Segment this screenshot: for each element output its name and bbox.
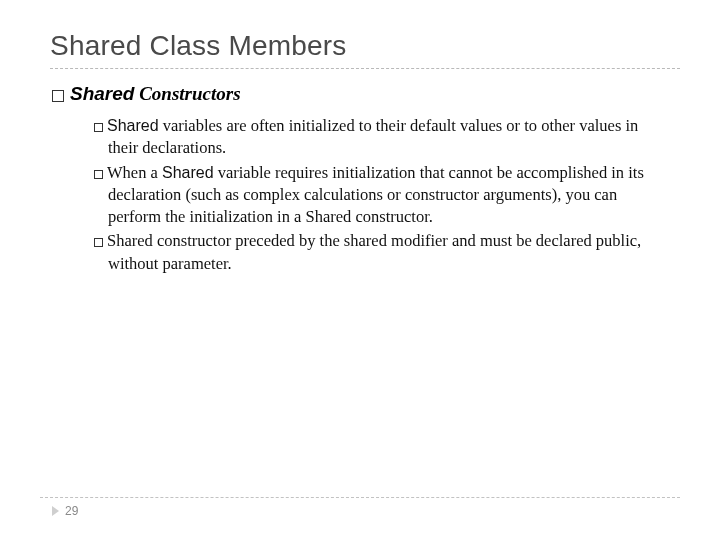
bullet-text: Shared constructor preceded by the share… (107, 231, 641, 272)
footer: 29 (40, 497, 680, 518)
slide: Shared Class Members Shared Constructors… (0, 0, 720, 540)
square-bullet-icon (94, 238, 103, 247)
footer-divider (40, 497, 680, 498)
square-bullet-icon (52, 90, 64, 102)
title-divider (50, 68, 680, 69)
triangle-icon (52, 506, 59, 516)
level1-text: Shared Constructors (70, 83, 241, 105)
square-bullet-icon (94, 123, 103, 132)
keyword-shared: Shared (70, 83, 134, 104)
square-bullet-icon (94, 170, 103, 179)
list-item: When a Shared variable requires initiali… (94, 162, 670, 229)
bullet-text: variables are often initialized to their… (108, 116, 638, 157)
bullet-pre: When a (107, 163, 162, 182)
page-title: Shared Class Members (50, 30, 680, 62)
bullet-level2-list: Shared variables are often initialized t… (94, 115, 670, 275)
list-item: Shared variables are often initialized t… (94, 115, 670, 160)
list-item: Shared constructor preceded by the share… (94, 230, 670, 275)
keyword-shared: Shared (162, 164, 214, 181)
level1-rest: Constructors (134, 83, 240, 104)
page-number: 29 (65, 504, 78, 518)
keyword-shared: Shared (107, 117, 159, 134)
page-indicator: 29 (40, 504, 680, 518)
bullet-level1: Shared Constructors (52, 83, 680, 105)
